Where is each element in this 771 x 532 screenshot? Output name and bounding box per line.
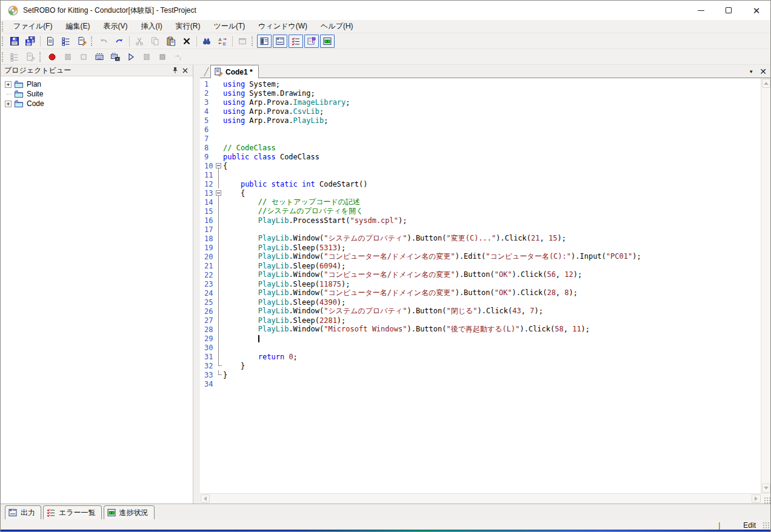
menu-edit[interactable]: 編集(E) [59, 20, 96, 33]
toggle-error-list-button[interactable] [289, 35, 303, 48]
fold-toggle[interactable] [216, 190, 221, 196]
scroll-right-button[interactable] [752, 494, 761, 503]
play-icon [126, 52, 136, 62]
fold-margin [215, 225, 223, 234]
fold-toggle[interactable] [216, 163, 221, 168]
project-tree: PlanSuiteCode [1, 76, 193, 504]
record-icon [47, 52, 57, 62]
panel-close-button[interactable] [180, 66, 190, 75]
menu-help[interactable]: ヘルプ(H) [314, 20, 360, 33]
maximize-button[interactable] [715, 1, 743, 20]
fold-margin [215, 279, 223, 288]
project-view-panel: プロジェクトビュー PlanSuiteCode [1, 65, 193, 504]
horizontal-scrollbar[interactable] [200, 493, 770, 504]
bottom-tab-error-list[interactable]: エラー一覧 [43, 505, 102, 519]
delete-button[interactable] [179, 35, 194, 48]
close-button[interactable]: ✕ [743, 1, 770, 20]
bottom-tab-progress[interactable]: 進捗状況 [104, 505, 155, 519]
code-line: 2using System.Drawing; [200, 88, 761, 98]
save-all-button[interactable] [23, 35, 38, 48]
tree-item-label: Code [27, 99, 44, 108]
chevron-up-icon [764, 82, 769, 85]
menu-insert[interactable]: 挿入(I) [134, 20, 169, 33]
toolbar-grip [2, 22, 5, 32]
line-number: 32 [200, 362, 215, 370]
menu-view[interactable]: 表示(V) [96, 20, 134, 33]
code-line: 8// CodeClass [200, 143, 761, 152]
expand-toggle[interactable] [5, 81, 12, 88]
menu-tools[interactable]: ツール(T) [207, 20, 252, 33]
menu-window[interactable]: ウィンドウ(W) [252, 20, 314, 33]
resize-grip[interactable] [763, 522, 769, 528]
pin-button[interactable] [170, 66, 180, 75]
fold-margin [215, 179, 223, 188]
minimize-button[interactable] [687, 1, 715, 20]
bottom-tab-output[interactable]: 出力 [5, 505, 41, 519]
tree-item-suite[interactable]: Suite [5, 89, 193, 99]
code-line: 26 PlayLib.Window("システムのプロパティ").Button("… [200, 307, 761, 316]
record-pause-button [61, 50, 75, 64]
vertical-scrollbar[interactable] [761, 78, 770, 493]
code-line: 25 PlayLib.Sleep(4390); [200, 298, 761, 307]
bottom-tab-label: 出力 [21, 508, 35, 518]
view-project-icon [259, 36, 269, 46]
keyboard-record-button[interactable] [92, 50, 107, 64]
tab-list-dropdown[interactable]: ▼ [749, 69, 753, 75]
save-button[interactable] [7, 35, 22, 48]
play-button[interactable] [124, 50, 138, 64]
pin-icon [172, 67, 179, 74]
fold-margin [215, 134, 223, 143]
fold-margin [215, 125, 223, 134]
app-window: SetROBO for Kitting - Conductor[体験版] - T… [0, 0, 771, 532]
cut-icon [135, 36, 144, 46]
menu-run[interactable]: 実行(R) [169, 20, 207, 33]
redo-icon [115, 36, 124, 46]
tree-item-plan[interactable]: Plan [5, 79, 193, 89]
tree-item-label: Suite [27, 90, 43, 98]
redo-button[interactable] [112, 35, 127, 48]
scroll-left-button[interactable] [201, 494, 210, 503]
code-editor[interactable]: 1using System;2using System.Drawing;3usi… [200, 78, 761, 493]
new-suite-button[interactable] [59, 35, 73, 48]
new-code-button[interactable] [75, 35, 89, 48]
toggle-progress-button[interactable] [320, 35, 335, 48]
panel-splitter[interactable] [193, 65, 200, 504]
scroll-down-button[interactable] [762, 484, 770, 493]
fold-margin [215, 79, 223, 88]
fold-margin [215, 234, 223, 243]
code-line: 7 [200, 134, 761, 143]
tab-code1[interactable]: Code1 * [210, 65, 259, 78]
line-number: 28 [200, 325, 215, 334]
keyboard-icon [95, 52, 104, 62]
status-bar: | Edit [1, 519, 770, 531]
expand-toggle[interactable] [5, 101, 12, 107]
fold-margin [215, 298, 223, 307]
code-line: 22 PlayLib.Window("コンピューター名/ドメイン名の変更").B… [200, 270, 761, 279]
find-button[interactable] [199, 35, 214, 48]
toggle-flag-button[interactable] [304, 35, 319, 48]
paste-button[interactable] [164, 35, 178, 48]
keyboard-camera-button[interactable] [108, 50, 122, 64]
code-line: 14 // セットアップコードの記述 [200, 198, 761, 207]
menu-file[interactable]: ファイル(F) [7, 20, 59, 33]
line-number: 19 [200, 244, 215, 252]
line-number: 4 [200, 107, 215, 116]
copy-icon [150, 36, 160, 46]
tab-close-button[interactable]: ✕ [759, 67, 767, 76]
replace-button[interactable]: AB [215, 35, 230, 48]
status-mode-label: Edit [743, 521, 756, 530]
editor-area: Code1 * ▼ ✕ 1using System;2using System.… [200, 65, 770, 504]
bottom-tab-bar: 出力エラー一覧進捗状況 [1, 504, 770, 519]
toolbar-grip [39, 52, 42, 62]
paste-icon [166, 36, 176, 46]
undo-icon [99, 36, 108, 46]
tree-item-code[interactable]: Code [5, 99, 193, 108]
code-line: 24 PlayLib.Window("コンピューター名/ドメイン名の変更").B… [200, 288, 761, 298]
toggle-output-button[interactable] [273, 35, 287, 48]
record-button[interactable] [45, 50, 59, 64]
chevron-left-icon [204, 496, 207, 501]
toggle-project-view-button[interactable] [257, 35, 272, 48]
scroll-up-button[interactable] [762, 79, 770, 88]
code-line: 21 PlayLib.Sleep(6094); [200, 261, 761, 270]
new-plan-button[interactable] [43, 35, 58, 48]
